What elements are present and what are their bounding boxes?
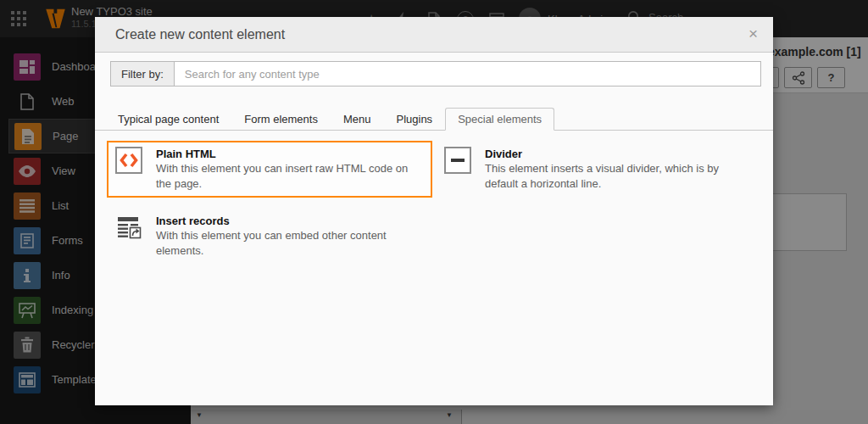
item-description: This element inserts a visual divider, w… — [485, 161, 753, 192]
html-icon — [115, 147, 142, 174]
divider-icon — [444, 147, 471, 174]
insert-records-icon — [115, 214, 142, 241]
item-title: Insert records — [156, 215, 424, 228]
item-insert-records[interactable]: Insert records With this element you can… — [107, 208, 432, 265]
tab-typical-page-content[interactable]: Typical page content — [105, 108, 231, 131]
tab-menu[interactable]: Menu — [331, 108, 384, 131]
close-icon[interactable]: × — [747, 24, 760, 43]
item-description: With this element you can embed other co… — [156, 228, 424, 259]
modal-title: Create new content element — [95, 17, 773, 52]
tab-special-elements[interactable]: Special elements — [445, 108, 554, 131]
content-type-search-input[interactable] — [174, 61, 761, 86]
tab-bar: Typical page content Form elements Menu … — [95, 108, 773, 131]
typo3-backend: New TYPO3 site 11.5.1 ★ ? Klaus Admin Se… — [0, 0, 868, 424]
item-divider[interactable]: Divider This element inserts a visual di… — [436, 141, 761, 198]
item-title: Divider — [485, 148, 753, 161]
item-plain-html[interactable]: Plain HTML With this element you can ins… — [107, 141, 432, 198]
filter-row: Filter by: — [110, 61, 761, 86]
content-element-list: Plain HTML With this element you can ins… — [95, 131, 773, 275]
item-title: Plain HTML — [156, 148, 424, 161]
tab-plugins[interactable]: Plugins — [383, 108, 445, 131]
item-description: With this element you can insert raw HTM… — [156, 161, 424, 192]
new-content-element-modal: Create new content element × Filter by: … — [95, 17, 773, 405]
modal-header: Create new content element × — [95, 17, 773, 53]
tab-form-elements[interactable]: Form elements — [231, 108, 331, 131]
filter-by-label: Filter by: — [110, 61, 174, 86]
